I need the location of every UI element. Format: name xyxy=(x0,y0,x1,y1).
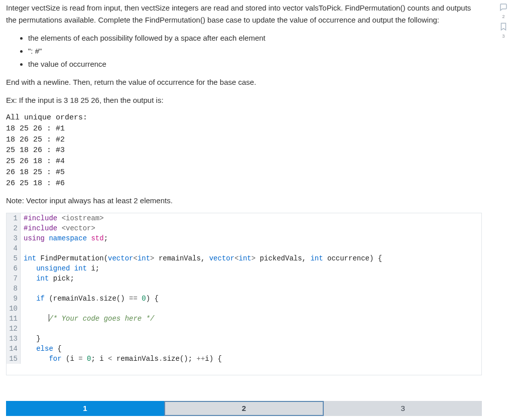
example-prefix: Ex: If the input is 3 18 25 26, then the… xyxy=(6,94,482,106)
code-line[interactable] xyxy=(21,243,481,253)
code-line[interactable]: int FindPermutation(vector<int> remainVa… xyxy=(21,253,481,263)
line-number: 1 xyxy=(7,213,21,223)
line-number: 5 xyxy=(7,253,21,263)
bullet-1: the elements of each possibility followe… xyxy=(28,32,482,44)
code-line[interactable]: unsigned int i; xyxy=(21,263,481,273)
sidebar-label-2: 2 xyxy=(502,15,504,19)
line-number: 4 xyxy=(7,243,21,253)
code-line[interactable]: } xyxy=(21,334,481,344)
line-number: 11 xyxy=(7,314,21,324)
line-number: 7 xyxy=(7,273,21,284)
feedback-icon[interactable] xyxy=(498,2,508,13)
problem-area: Integer vectSize is read from input, the… xyxy=(0,0,488,375)
code-line[interactable]: #include <iostream> xyxy=(21,213,481,223)
line-number: 8 xyxy=(7,284,21,294)
bookmark-icon[interactable] xyxy=(498,21,508,32)
code-line[interactable] xyxy=(21,304,481,314)
pager-step-2[interactable]: 2 xyxy=(164,401,324,416)
line-number: 10 xyxy=(7,304,21,314)
code-line[interactable] xyxy=(21,284,481,294)
line-number: 14 xyxy=(7,344,21,354)
line-number: 3 xyxy=(7,233,21,243)
code-line[interactable]: else { xyxy=(21,344,481,354)
code-editor[interactable]: 1#include <iostream>2#include <vector>3u… xyxy=(6,213,482,375)
problem-end-line: End with a newline. Then, return the val… xyxy=(6,76,482,88)
line-number: 15 xyxy=(7,354,21,364)
bullet-2: ": #" xyxy=(28,45,482,57)
example-output: All unique orders: 18 25 26 : #1 18 26 2… xyxy=(6,112,482,189)
line-number: 6 xyxy=(7,263,21,273)
problem-bullets: the elements of each possibility followe… xyxy=(6,32,482,70)
problem-intro: Integer vectSize is read from input, the… xyxy=(6,2,482,26)
code-line[interactable]: int pick; xyxy=(21,273,481,284)
line-number: 13 xyxy=(7,334,21,344)
code-line[interactable]: if (remainVals.size() == 0) { xyxy=(21,294,481,304)
line-number: 9 xyxy=(7,294,21,304)
code-line[interactable] xyxy=(21,324,481,334)
pager-step-1[interactable]: 1 xyxy=(6,401,164,416)
pager: 1 2 3 xyxy=(6,401,482,416)
right-sidebar: 2 3 xyxy=(498,2,509,39)
bullet-3: the value of occurrence xyxy=(28,58,482,70)
pager-step-3[interactable]: 3 xyxy=(324,401,482,416)
problem-note: Note: Vector input always has at least 2… xyxy=(6,195,482,207)
code-line[interactable]: for (i = 0; i < remainVals.size(); ++i) … xyxy=(21,354,481,364)
code-line[interactable]: #include <vector> xyxy=(21,223,481,233)
code-line[interactable]: /* Your code goes here */ xyxy=(21,314,481,324)
line-number: 2 xyxy=(7,223,21,233)
line-number: 12 xyxy=(7,324,21,334)
sidebar-label-3: 3 xyxy=(502,34,504,39)
code-line[interactable]: using namespace std; xyxy=(21,233,481,243)
